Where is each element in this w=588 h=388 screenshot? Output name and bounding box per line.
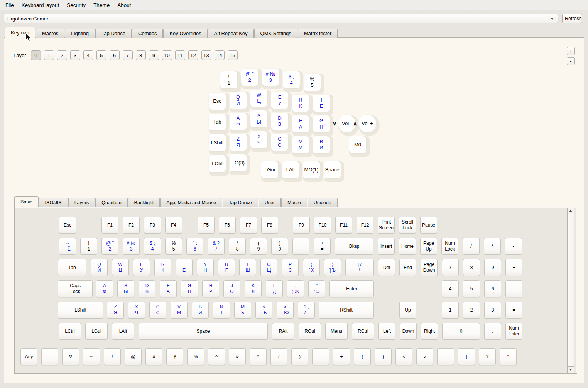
keymap-key-lgui[interactable]: LGui	[261, 161, 278, 178]
menu-keyboard-layout[interactable]: Keyboard layout	[18, 0, 63, 10]
picker-key-r[interactable]: RК	[154, 259, 171, 276]
keymap-key-mo-1[interactable]: MO(1)	[303, 161, 320, 178]
picker-key-i[interactable]: IШ	[239, 259, 256, 276]
picker-key-o[interactable]: OЩ	[260, 259, 277, 276]
keymap-key-s[interactable]: SЫ	[250, 110, 267, 127]
zoom-out-button[interactable]: -	[567, 57, 575, 65]
tab-tap-dance[interactable]: Tap Dance	[95, 29, 132, 38]
picker-key-f10[interactable]: F10	[314, 217, 331, 234]
picker-key-insert[interactable]: Insert	[378, 238, 395, 255]
picker-key-t[interactable]: TЕ	[176, 259, 193, 276]
menu-about[interactable]: About	[113, 0, 135, 10]
picker-key-f2[interactable]: F2	[123, 217, 140, 234]
picker-tab-tap-dance[interactable]: Tap Dance	[223, 198, 258, 207]
keymap-key-lctrl[interactable]: LCtrl	[209, 155, 226, 172]
picker-key-g[interactable]: GП	[181, 280, 198, 297]
picker-key-1[interactable]: 1	[442, 302, 459, 319]
picker-key-a[interactable]: AФ	[96, 280, 113, 297]
keymap-key-lalt[interactable]: LAlt	[282, 161, 299, 178]
picker-key-h[interactable]: HР	[202, 280, 219, 297]
picker-key-f6[interactable]: F6	[219, 217, 236, 234]
layer-button-10[interactable]: 10	[162, 50, 172, 60]
picker-key-q[interactable]: QЙ	[91, 259, 108, 276]
keymap-key-esc[interactable]: Esc	[209, 93, 226, 110]
picker-key-2[interactable]: 2	[463, 302, 480, 319]
picker-key-any[interactable]: Any	[20, 348, 37, 365]
picker-key-up[interactable]: Up	[399, 302, 416, 319]
picker-key-right[interactable]: Right	[421, 323, 438, 340]
picker-key-lgui[interactable]: LGui	[85, 323, 108, 340]
picker-key-key[interactable]: @	[125, 348, 142, 365]
layer-button-12[interactable]: 12	[188, 50, 198, 60]
menu-theme[interactable]: Theme	[90, 0, 113, 10]
picker-key-p[interactable]: PЗ	[282, 259, 299, 276]
picker-key-home[interactable]: Home	[399, 238, 416, 255]
scroll-up-button[interactable]	[568, 208, 574, 214]
picker-tab-iso-jis[interactable]: ISO/JIS	[39, 198, 68, 207]
keymap-key-g[interactable]: GП	[313, 115, 330, 132]
keymap-key-r[interactable]: RК	[292, 95, 309, 112]
picker-key-key[interactable]: {	[354, 348, 371, 365]
picker-key-num-enter[interactable]: NumEnter	[505, 323, 522, 340]
picker-key-print-screen[interactable]: PrintScreen	[378, 217, 395, 234]
picker-key-key[interactable]: -	[505, 238, 522, 255]
picker-key-rgui[interactable]: RGui	[299, 323, 321, 340]
layer-button-13[interactable]: 13	[201, 50, 211, 60]
picker-key-del[interactable]: Del	[378, 259, 395, 276]
picker-key-lalt[interactable]: LAlt	[112, 323, 134, 340]
picker-scrollbar[interactable]	[567, 208, 574, 373]
layer-button-0[interactable]: 0	[31, 50, 41, 60]
picker-key-key[interactable]: _	[312, 348, 329, 365]
picker-key-key[interactable]: | /\	[345, 259, 374, 276]
picker-key-s[interactable]: SЫ	[117, 280, 134, 297]
layer-button-9[interactable]: 9	[149, 50, 159, 60]
picker-key-menu[interactable]: Menu	[325, 323, 348, 340]
picker-key-3[interactable]: 3	[484, 302, 501, 319]
layer-button-8[interactable]: 8	[136, 50, 146, 60]
picker-key-6[interactable]: ^ :6	[186, 238, 203, 255]
refresh-button[interactable]: Refresh	[562, 14, 582, 23]
tab-qmk-settings[interactable]: QMK Settings	[254, 29, 297, 38]
picker-key-key[interactable]: }] Ъ	[324, 259, 341, 276]
picker-key-key[interactable]: +=	[314, 238, 331, 255]
picker-key-space[interactable]: Space	[139, 323, 268, 340]
picker-key-key[interactable]: ? ,/ .	[298, 302, 315, 319]
picker-tab-unicode[interactable]: Unicode	[308, 198, 338, 207]
layer-button-3[interactable]: 3	[70, 50, 80, 60]
picker-key-5[interactable]: 5	[463, 280, 480, 297]
picker-key-rshift[interactable]: RShift	[319, 302, 374, 319]
picker-key-4[interactable]: $ ;4	[144, 238, 161, 255]
picker-key-b[interactable]: BИ	[192, 302, 209, 319]
picker-key-page-up[interactable]: PageUp	[420, 238, 437, 255]
tab-key-overrides[interactable]: Key Overrides	[163, 29, 207, 38]
picker-key-key[interactable]: "	[500, 348, 517, 365]
picker-key-7[interactable]: 7	[442, 259, 459, 276]
picker-key-w[interactable]: WЦ	[112, 259, 129, 276]
picker-key-page-down[interactable]: PageDown	[421, 259, 438, 276]
keymap-key-tab[interactable]: Tab	[209, 114, 226, 130]
picker-key-f1[interactable]: F1	[101, 217, 118, 234]
picker-key-f9[interactable]: F9	[293, 217, 310, 234]
picker-key-key[interactable]: ^	[208, 348, 225, 365]
keymap-key-lshift[interactable]: LShift	[209, 134, 226, 151]
layer-button-2[interactable]: 2	[57, 50, 67, 60]
tab-macros[interactable]: Macros	[36, 29, 65, 38]
layer-button-4[interactable]: 4	[83, 50, 93, 60]
menu-file[interactable]: File	[2, 0, 18, 10]
picker-key-3[interactable]: # №3	[123, 238, 140, 255]
picker-key-f[interactable]: FА	[160, 280, 177, 297]
picker-key-0[interactable]: )0	[271, 238, 288, 255]
picker-key-u[interactable]: UГ	[218, 259, 235, 276]
picker-key-key[interactable]: /	[463, 238, 480, 255]
picker-key-key[interactable]: !	[104, 348, 121, 365]
picker-key-pause[interactable]: Pause	[420, 217, 437, 234]
picker-key-1[interactable]: !1	[80, 238, 97, 255]
picker-key-key[interactable]: :	[437, 348, 454, 365]
picker-key-key[interactable]: "' Э	[308, 280, 325, 297]
picker-key-key[interactable]: +	[333, 348, 350, 365]
keymap-key-5[interactable]: %5	[304, 74, 321, 91]
picker-key-f8[interactable]: F8	[261, 217, 278, 234]
keymap-key-4[interactable]: $ ;4	[283, 71, 300, 88]
layer-button-11[interactable]: 11	[175, 50, 185, 60]
keymap-key-space[interactable]: Space	[324, 161, 341, 178]
